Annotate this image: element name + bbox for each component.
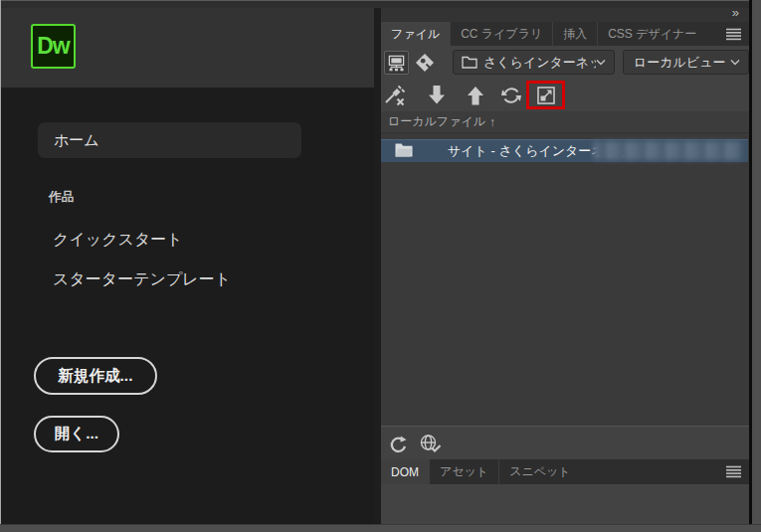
sidebar-item-starter-templates[interactable]: スターターテンプレート bbox=[53, 269, 231, 290]
dreamweaver-window: Dw ホーム 作品 クイックスタート スターターテンプレート 新規作成... 開… bbox=[0, 0, 761, 532]
chevron-down-icon bbox=[730, 59, 740, 66]
expand-collapse-button[interactable] bbox=[536, 86, 556, 105]
site-view-toggle-button[interactable] bbox=[384, 51, 409, 75]
tab-assets-label: アセット bbox=[440, 463, 488, 480]
welcome-pane: Dw ホーム 作品 クイックスタート スターターテンプレート 新規作成... 開… bbox=[1, 8, 374, 524]
window-bottom-edge[interactable] bbox=[0, 524, 761, 532]
new-file-button[interactable]: 新規作成... bbox=[34, 357, 157, 395]
files-panel-statusbar bbox=[381, 426, 750, 459]
sidebar-item-quick-start[interactable]: クイックスタート bbox=[53, 230, 183, 251]
view-dropdown-value: ローカルビュー bbox=[634, 54, 730, 72]
tab-files-label: ファイル bbox=[391, 26, 440, 43]
monitor-network-icon bbox=[387, 54, 406, 73]
tab-snippets-label: スニペット bbox=[509, 463, 570, 480]
sync-arrows-icon bbox=[500, 85, 522, 106]
panel-menu-icon[interactable] bbox=[716, 22, 750, 46]
folder-icon bbox=[462, 56, 477, 69]
file-row-site-root[interactable]: サイト - さくらインターネット bbox=[381, 139, 748, 162]
put-files-button[interactable] bbox=[466, 85, 485, 106]
redacted-path-blur bbox=[593, 141, 742, 160]
tab-css-designer[interactable]: CSS デザイナー bbox=[597, 22, 706, 46]
expand-panel-icon bbox=[536, 86, 556, 105]
tab-insert[interactable]: 挿入 bbox=[552, 22, 597, 46]
tab-dom-label: DOM bbox=[391, 465, 419, 479]
tab-cc-libraries[interactable]: CC ライブラリ bbox=[450, 22, 552, 46]
tab-insert-label: 挿入 bbox=[563, 26, 587, 43]
local-files-column-header[interactable]: ローカルファイル ↑ bbox=[381, 111, 750, 133]
file-transfer-toolbar bbox=[381, 80, 750, 111]
arrow-up-icon bbox=[466, 85, 485, 106]
get-files-button[interactable] bbox=[427, 85, 447, 106]
home-label: ホーム bbox=[54, 131, 99, 150]
panel-menu-icon[interactable] bbox=[716, 459, 750, 484]
synchronize-button[interactable] bbox=[500, 85, 522, 106]
works-section-label: 作品 bbox=[49, 189, 74, 206]
tab-dom[interactable]: DOM bbox=[381, 459, 429, 484]
hamburger-icon bbox=[725, 28, 742, 41]
dreamweaver-logo-text: Dw bbox=[37, 33, 70, 60]
window-right-edge[interactable] bbox=[752, 0, 761, 532]
realtime-preview-button[interactable] bbox=[419, 434, 442, 454]
panel-tabbar: ファイル CC ライブラリ 挿入 CSS デザイナー bbox=[381, 22, 750, 46]
connect-plug-icon bbox=[383, 84, 407, 107]
extract-diamond-icon bbox=[414, 52, 436, 74]
tabbar-spacer bbox=[581, 459, 716, 484]
refresh-button[interactable] bbox=[389, 435, 408, 453]
highlight-annotation bbox=[526, 81, 565, 109]
extract-button[interactable] bbox=[414, 52, 436, 74]
refresh-icon bbox=[389, 435, 408, 453]
sort-ascending-icon: ↑ bbox=[489, 115, 495, 129]
welcome-header-band: Dw bbox=[1, 8, 374, 88]
file-list[interactable]: サイト - さくらインターネット bbox=[381, 133, 750, 426]
window-top-edge bbox=[0, 0, 761, 8]
view-dropdown[interactable]: ローカルビュー bbox=[623, 50, 749, 75]
new-file-button-label: 新規作成... bbox=[59, 366, 133, 387]
folder-icon bbox=[395, 143, 413, 157]
tab-files[interactable]: ファイル bbox=[381, 22, 450, 46]
panel-dock-header: » bbox=[381, 8, 750, 22]
tabbar-spacer bbox=[706, 22, 716, 46]
tab-css-designer-label: CSS デザイナー bbox=[608, 26, 696, 43]
files-panel: » ファイル CC ライブラリ 挿入 CSS デザイナー bbox=[381, 8, 750, 524]
hamburger-icon bbox=[725, 465, 742, 478]
site-dropdown-value: さくらインターネット bbox=[483, 54, 596, 72]
connect-remote-server-button[interactable] bbox=[383, 84, 407, 107]
globe-check-icon bbox=[419, 434, 442, 454]
window-left-edge bbox=[0, 0, 1, 532]
local-files-label: ローカルファイル bbox=[388, 113, 485, 130]
collapse-panels-icon[interactable]: » bbox=[732, 6, 738, 20]
dom-panel-tabbar: DOM アセット スニペット bbox=[381, 459, 750, 484]
tab-cc-libraries-label: CC ライブラリ bbox=[461, 26, 542, 43]
sidebar-item-home[interactable]: ホーム bbox=[38, 122, 301, 158]
dom-panel-body bbox=[381, 484, 750, 524]
tab-assets[interactable]: アセット bbox=[429, 459, 498, 484]
open-file-button-label: 開く... bbox=[55, 424, 98, 444]
dreamweaver-logo: Dw bbox=[31, 24, 76, 69]
site-dropdown[interactable]: さくらインターネット bbox=[453, 50, 615, 75]
arrow-down-icon bbox=[427, 85, 447, 106]
tab-snippets[interactable]: スニペット bbox=[498, 459, 580, 484]
site-toolbar: さくらインターネット ローカルビュー bbox=[381, 46, 750, 80]
chevron-down-icon bbox=[596, 59, 606, 66]
open-file-button[interactable]: 開く... bbox=[34, 416, 119, 452]
